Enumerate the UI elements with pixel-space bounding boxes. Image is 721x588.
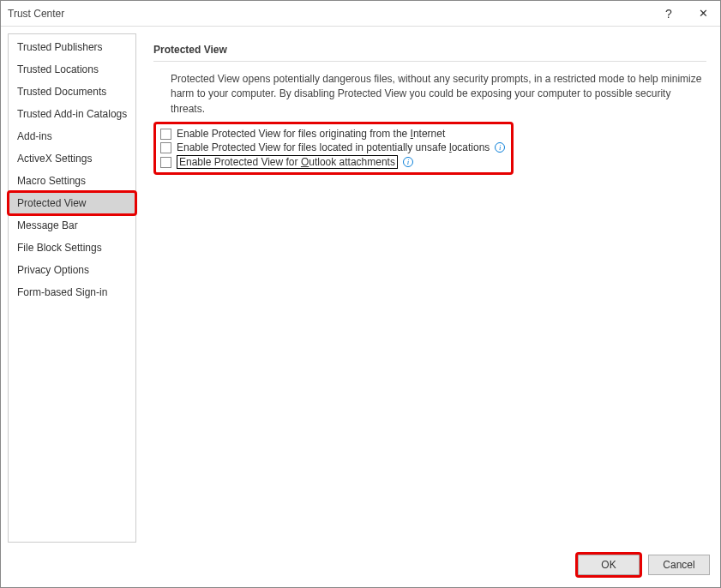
content-pane: Protected View Protected View opens pote…: [147, 33, 713, 543]
ok-button-label: OK: [601, 559, 616, 571]
sidebar-item-label: Macro Settings: [17, 175, 86, 187]
info-icon[interactable]: i: [403, 157, 413, 167]
help-button[interactable]: ?: [652, 1, 686, 27]
group-title: Protected View: [153, 33, 706, 61]
category-sidebar: Trusted PublishersTrusted LocationsTrust…: [8, 33, 136, 543]
close-button[interactable]: ✕: [686, 1, 720, 27]
sidebar-item-label: File Block Settings: [17, 242, 102, 254]
sidebar-item-label: Trusted Add-in Catalogs: [17, 108, 127, 120]
sidebar-item-protected-view[interactable]: Protected View: [9, 192, 135, 214]
sidebar-item-label: Trusted Documents: [17, 86, 106, 98]
checkbox[interactable]: [160, 129, 171, 140]
sidebar-item-privacy-options[interactable]: Privacy Options: [9, 259, 135, 281]
sidebar-item-activex-settings[interactable]: ActiveX Settings: [9, 147, 135, 170]
option-label[interactable]: Enable Protected View for files located …: [177, 141, 490, 153]
option-label[interactable]: Enable Protected View for Outlook attach…: [177, 155, 398, 169]
group-description: Protected View opens potentially dangero…: [153, 69, 706, 120]
sidebar-item-label: ActiveX Settings: [17, 153, 92, 165]
info-icon[interactable]: i: [495, 142, 505, 153]
sidebar-item-trusted-add-in-catalogs[interactable]: Trusted Add-in Catalogs: [9, 103, 135, 125]
protected-view-options: Enable Protected View for files originat…: [153, 122, 514, 175]
checkbox[interactable]: [160, 142, 171, 153]
sidebar-item-trusted-locations[interactable]: Trusted Locations: [9, 58, 135, 81]
trust-center-dialog: Trust Center ? ✕ Trusted PublishersTrust…: [0, 0, 721, 588]
window-title: Trust Center: [8, 8, 652, 20]
sidebar-item-label: Trusted Publishers: [17, 41, 103, 53]
sidebar-item-label: Protected View: [17, 197, 87, 209]
option-row: Enable Protected View for files originat…: [160, 127, 505, 141]
sidebar-item-message-bar[interactable]: Message Bar: [9, 214, 135, 237]
option-row: Enable Protected View for Outlook attach…: [160, 154, 505, 170]
cancel-button[interactable]: Cancel: [648, 555, 710, 575]
sidebar-item-label: Privacy Options: [17, 264, 89, 276]
sidebar-item-macro-settings[interactable]: Macro Settings: [9, 170, 135, 192]
checkbox[interactable]: [160, 157, 171, 168]
sidebar-item-form-based-sign-in[interactable]: Form-based Sign-in: [9, 281, 135, 303]
sidebar-item-label: Message Bar: [17, 219, 78, 231]
sidebar-item-file-block-settings[interactable]: File Block Settings: [9, 237, 135, 259]
dialog-body: Trusted PublishersTrusted LocationsTrust…: [1, 27, 720, 549]
sidebar-item-label: Trusted Locations: [17, 63, 99, 75]
sidebar-item-label: Add-ins: [17, 130, 52, 142]
titlebar: Trust Center ? ✕: [1, 1, 720, 27]
sidebar-item-trusted-documents[interactable]: Trusted Documents: [9, 81, 135, 103]
sidebar-item-trusted-publishers[interactable]: Trusted Publishers: [9, 36, 135, 58]
sidebar-item-add-ins[interactable]: Add-ins: [9, 125, 135, 147]
option-label[interactable]: Enable Protected View for files originat…: [177, 128, 445, 140]
cancel-button-label: Cancel: [663, 559, 694, 571]
divider: [153, 61, 706, 62]
dialog-footer: OK Cancel: [1, 549, 720, 587]
option-row: Enable Protected View for files located …: [160, 141, 505, 154]
sidebar-item-label: Form-based Sign-in: [17, 286, 107, 298]
ok-button[interactable]: OK: [578, 555, 640, 575]
